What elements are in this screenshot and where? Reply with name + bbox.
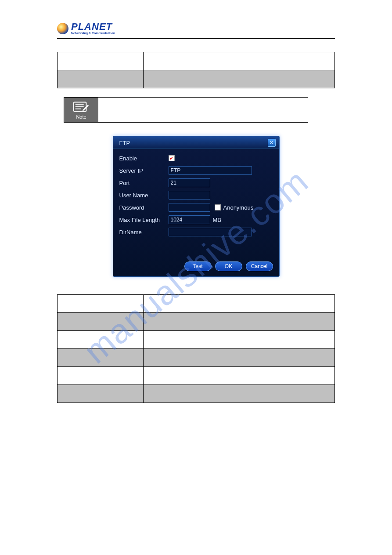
max-file-length-input[interactable] [169, 215, 210, 224]
enable-checkbox[interactable]: ✔ [169, 155, 175, 161]
test-button[interactable]: Test [184, 261, 212, 271]
dir-name-label: DirName [119, 229, 169, 236]
parameter-table-1 [57, 52, 335, 88]
password-label: Password [119, 204, 169, 211]
table-cell [143, 349, 334, 367]
table-cell [143, 385, 334, 403]
table-row [58, 70, 335, 88]
table-row [58, 313, 335, 331]
dialog-title-text: FTP [119, 140, 130, 146]
table-cell [143, 313, 334, 331]
cancel-button[interactable]: Cancel [246, 261, 273, 271]
note-callout: Note [64, 97, 308, 123]
user-name-input[interactable] [169, 191, 210, 200]
header-divider [57, 38, 335, 39]
parameter-table-2 [57, 294, 335, 403]
dialog-titlebar: FTP ✕ [113, 136, 279, 149]
table-row [58, 331, 335, 349]
dir-name-input[interactable] [169, 228, 252, 236]
table-cell [58, 367, 144, 385]
table-cell [143, 52, 334, 70]
user-name-label: User Name [119, 192, 169, 199]
port-input[interactable] [169, 178, 210, 187]
port-label: Port [119, 180, 169, 186]
brand-name: PLANET [71, 22, 115, 32]
table-row [58, 295, 335, 313]
table-cell [58, 295, 144, 313]
close-button[interactable]: ✕ [268, 139, 276, 147]
globe-icon [57, 23, 68, 34]
table-cell [58, 349, 144, 367]
ftp-dialog: FTP ✕ Enable ✔ Server IP Port [113, 136, 280, 277]
max-file-length-label: Max File Length [119, 217, 169, 223]
password-input[interactable] [169, 203, 210, 212]
table-row [58, 367, 335, 385]
note-content [98, 98, 308, 122]
max-file-length-unit: MB [213, 217, 222, 223]
table-cell [58, 70, 144, 88]
table-cell [143, 331, 334, 349]
table-cell [143, 70, 334, 88]
table-cell [58, 331, 144, 349]
table-cell [58, 385, 144, 403]
note-icon-cell: Note [64, 98, 98, 122]
table-cell [143, 295, 334, 313]
ok-button[interactable]: OK [215, 261, 242, 271]
brand-tagline: Networking & Communication [71, 32, 115, 35]
table-row [58, 349, 335, 367]
note-icon [73, 100, 90, 113]
table-cell [143, 367, 334, 385]
table-row [58, 52, 335, 70]
anonymous-checkbox[interactable]: ✔ [215, 204, 221, 210]
server-ip-label: Server IP [119, 167, 169, 174]
note-label: Note [76, 114, 86, 120]
close-icon: ✕ [269, 139, 274, 146]
table-row [58, 385, 335, 403]
enable-label: Enable [119, 155, 169, 162]
table-cell [58, 52, 144, 70]
brand-logo: PLANET Networking & Communication [57, 22, 335, 35]
server-ip-input[interactable] [169, 166, 252, 175]
table-cell [58, 313, 144, 331]
anonymous-label: Anonymous [223, 204, 254, 211]
